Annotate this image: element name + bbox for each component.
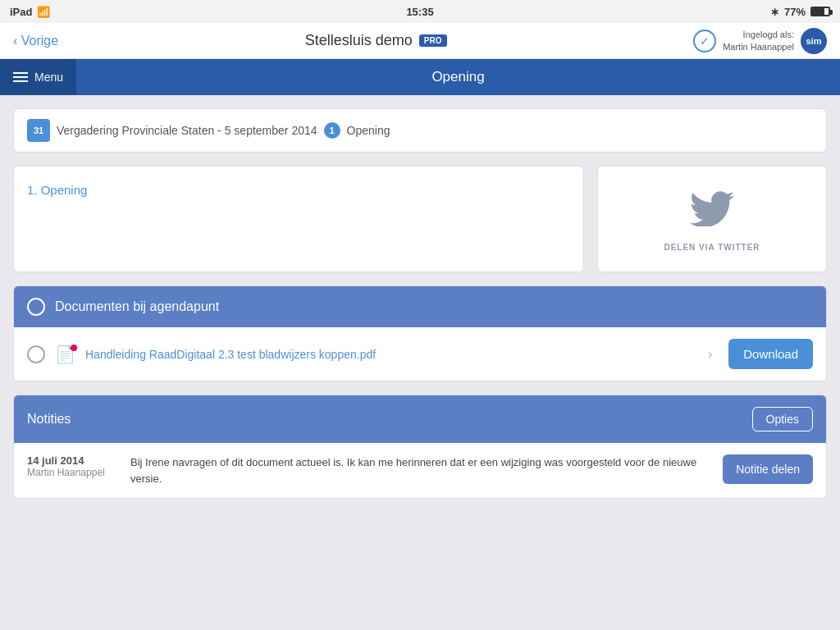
opties-button[interactable]: Opties (752, 407, 813, 431)
status-bar-left: iPad 📶 (10, 6, 50, 18)
meeting-title: Vergadering Provinciale Staten - 5 septe… (57, 124, 317, 137)
back-chevron-icon: ‹ (13, 34, 17, 48)
pro-badge: PRO (419, 34, 447, 47)
note-text: Bij Irene navragen of dit document actue… (130, 454, 710, 486)
wifi-icon: 📶 (37, 6, 50, 18)
back-button[interactable]: ‹ Vorige (13, 34, 58, 48)
nav-bar: Menu Opening (0, 59, 840, 95)
documents-title: Documenten bij agendapunt (55, 299, 219, 314)
menu-label: Menu (34, 71, 63, 84)
main-content: 31 Vergadering Provinciale Staten - 5 se… (0, 95, 840, 630)
documents-section: Documenten bij agendapunt 📄 Handleiding … (13, 285, 827, 381)
content-row: 1. Opening DELEN VIA TWITTER (13, 166, 827, 272)
twitter-label: DELEN VIA TWITTER (664, 243, 760, 252)
item-title: 1. Opening (27, 183, 570, 197)
logged-in-label: Ingelogd als: (723, 29, 794, 40)
doc-icon-wrap: 📄 (55, 345, 75, 364)
back-label: Vorige (21, 34, 58, 48)
user-name: Martin Haanappel (723, 41, 794, 52)
status-bar: iPad 📶 15:35 ∗ 77% (0, 0, 840, 23)
content-left-panel: 1. Opening (13, 166, 584, 272)
app-header-right: ✓ Ingelogd als: Martin Haanappel sim (693, 28, 827, 54)
breadcrumb: 31 Vergadering Provinciale Staten - 5 se… (13, 108, 827, 153)
note-author: Martin Haanappel (27, 467, 117, 478)
section-label: Opening (347, 124, 390, 137)
status-bar-time: 15:35 (406, 6, 433, 18)
battery-icon (810, 7, 830, 16)
status-bar-right: ∗ 77% (770, 6, 830, 18)
download-button[interactable]: Download (728, 339, 813, 369)
logged-in-info: Ingelogd als: Martin Haanappel (723, 29, 794, 52)
document-name: Handleiding RaadDigitaal 2.3 test bladwi… (85, 348, 698, 361)
hamburger-icon (13, 72, 28, 82)
app-title: Stellesluis demo (305, 32, 413, 49)
app-title-area: Stellesluis demo PRO (305, 32, 447, 49)
menu-button[interactable]: Menu (0, 59, 76, 95)
doc-checkbox[interactable] (27, 345, 45, 363)
twitter-bird-icon (689, 187, 735, 236)
note-row: 14 juli 2014 Martin Haanappel Bij Irene … (14, 443, 826, 498)
device-label: iPad (10, 6, 32, 18)
note-meta: 14 juli 2014 Martin Haanappel (27, 454, 117, 478)
bluetooth-icon: ∗ (770, 6, 779, 18)
documents-circle-icon (27, 298, 45, 316)
app-header: ‹ Vorige Stellesluis demo PRO ✓ Ingelogd… (0, 23, 840, 59)
nav-page-title: Opening (76, 69, 840, 85)
documents-header: Documenten bij agendapunt (14, 286, 826, 327)
notes-title: Notities (27, 412, 71, 427)
note-date: 14 juli 2014 (27, 454, 117, 467)
avatar: sim (801, 28, 827, 54)
notitie-delen-button[interactable]: Notitie delen (723, 454, 813, 484)
check-circle-icon: ✓ (693, 30, 716, 52)
document-row: 📄 Handleiding RaadDigitaal 2.3 test blad… (14, 327, 826, 381)
doc-dot (71, 345, 77, 351)
calendar-icon: 31 (27, 119, 50, 142)
notes-section: Notities Opties 14 juli 2014 Martin Haan… (13, 395, 827, 499)
doc-chevron-icon: › (708, 347, 712, 362)
twitter-panel[interactable]: DELEN VIA TWITTER (597, 166, 827, 272)
battery-percent: 77% (784, 6, 806, 18)
notes-header: Notities Opties (14, 395, 826, 443)
breadcrumb-badge: 1 (324, 122, 340, 139)
